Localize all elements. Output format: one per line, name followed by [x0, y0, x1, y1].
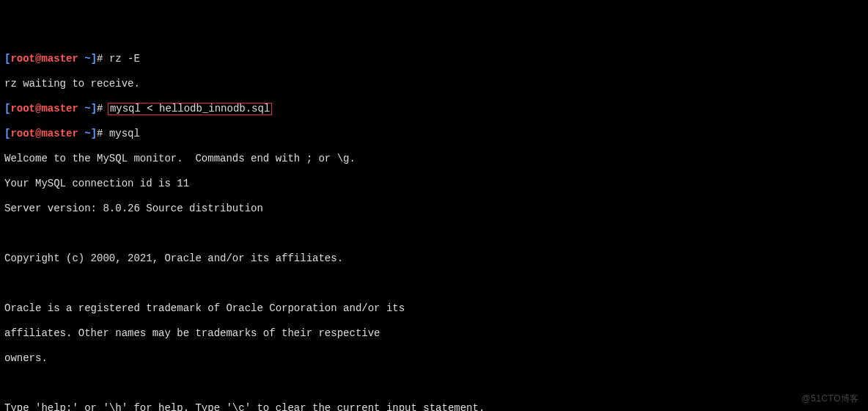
cmd-rz: rz -E	[109, 53, 140, 65]
prompt-hash: #	[97, 53, 109, 65]
rz-wait: rz waiting to receive.	[4, 78, 864, 90]
terminal-line: [root@master ~]# rz -E	[4, 53, 864, 65]
terminal-line: [root@master ~]# mysql	[4, 128, 864, 140]
banner-line: Your MySQL connection id is 11	[4, 178, 864, 190]
banner-line: owners.	[4, 352, 864, 365]
banner-line: Type 'help;' or '\h' for help. Type '\c'…	[4, 402, 864, 411]
blank-line	[4, 377, 864, 390]
prompt-hash: #	[97, 128, 109, 139]
banner-line: Copyright (c) 2000, 2021, Oracle and/or …	[4, 252, 864, 265]
banner-line: Oracle is a registered trademark of Orac…	[4, 302, 864, 315]
prompt-user: root	[10, 53, 35, 65]
prompt-close: ]	[91, 103, 97, 114]
banner-line: Server version: 8.0.26 Source distributi…	[4, 203, 864, 215]
prompt-path: ~	[78, 103, 91, 114]
watermark: @51CTO博客	[801, 393, 859, 405]
prompt-host: master	[41, 103, 78, 114]
highlight-cmd-import: mysql < hellodb_innodb.sql	[108, 103, 272, 115]
prompt-user: root	[10, 128, 35, 139]
prompt-user: root	[10, 103, 35, 114]
prompt-path: ~	[78, 128, 91, 139]
cmd-mysql: mysql	[109, 128, 140, 139]
prompt-path: ~	[78, 53, 91, 65]
banner-line: Welcome to the MySQL monitor. Commands e…	[4, 153, 864, 165]
blank-line	[4, 277, 864, 290]
blank-line	[4, 228, 864, 240]
banner-line: affiliates. Other names may be trademark…	[4, 327, 864, 340]
prompt-host: master	[41, 53, 78, 65]
prompt-host: master	[41, 128, 78, 139]
prompt-close: ]	[91, 53, 97, 65]
prompt-close: ]	[91, 128, 97, 139]
terminal-line: [root@master ~]# mysql < hellodb_innodb.…	[4, 103, 864, 115]
